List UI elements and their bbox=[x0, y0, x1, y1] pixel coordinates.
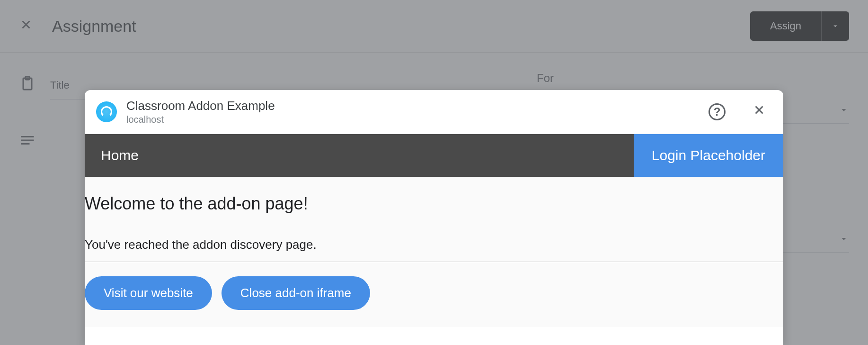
dialog-header: Classroom Addon Example localhost ? bbox=[85, 90, 783, 134]
addon-nav: Home Login Placeholder bbox=[85, 134, 783, 177]
visit-website-button[interactable]: Visit our website bbox=[85, 276, 212, 310]
discovery-text: You've reached the addon discovery page. bbox=[85, 237, 783, 262]
addon-name: Classroom Addon Example bbox=[126, 99, 275, 113]
nav-home-button[interactable]: Home bbox=[85, 134, 634, 177]
addon-icon bbox=[96, 101, 117, 122]
dialog-header-right: ? bbox=[709, 103, 766, 121]
addon-button-row: Visit our website Close add-on iframe bbox=[85, 276, 783, 310]
help-icon[interactable]: ? bbox=[709, 103, 726, 120]
addon-content: Welcome to the add-on page! You've reach… bbox=[85, 177, 783, 327]
addon-dialog: Classroom Addon Example localhost ? Home… bbox=[85, 90, 783, 345]
addon-origin: localhost bbox=[126, 114, 275, 125]
dialog-close-icon[interactable] bbox=[752, 103, 766, 121]
addon-body: Home Login Placeholder Welcome to the ad… bbox=[85, 134, 783, 327]
close-iframe-button[interactable]: Close add-on iframe bbox=[221, 276, 370, 310]
nav-login-button[interactable]: Login Placeholder bbox=[634, 134, 783, 177]
addon-titles: Classroom Addon Example localhost bbox=[126, 99, 275, 125]
dialog-header-left: Classroom Addon Example localhost bbox=[96, 99, 275, 125]
welcome-heading: Welcome to the add-on page! bbox=[85, 194, 783, 214]
